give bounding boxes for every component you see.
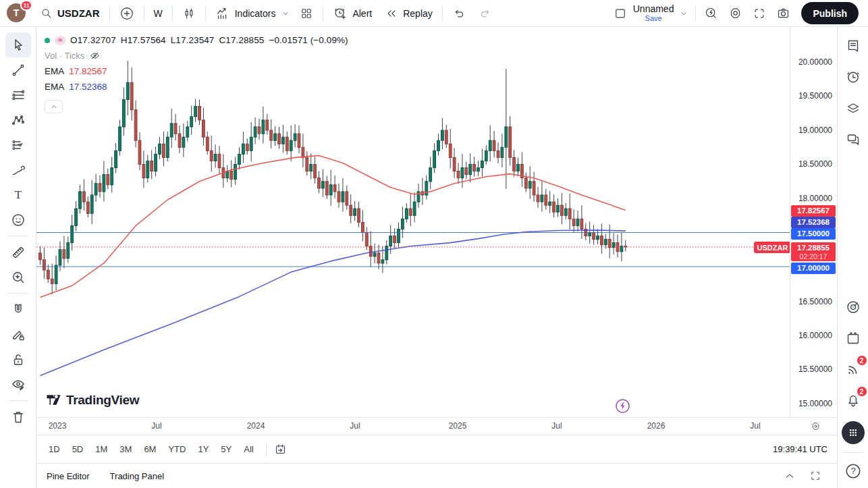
hide-drawings-tool[interactable] xyxy=(5,372,31,397)
magnet-icon xyxy=(10,302,26,318)
measure-tool[interactable] xyxy=(5,240,31,265)
range-1y[interactable]: 1Y xyxy=(192,441,214,458)
spark-boost-button[interactable] xyxy=(614,398,631,414)
zoom-in-tool[interactable] xyxy=(5,265,31,290)
help-button[interactable]: ? xyxy=(842,461,864,481)
ruler-icon xyxy=(10,244,26,261)
legend-collapse-button[interactable] xyxy=(45,100,63,113)
indicator-templates-button[interactable] xyxy=(294,2,319,25)
chevron-down-icon xyxy=(281,9,290,18)
chart-column: ≈ O17.32707 H17.57564 L17.23547 C17.2885… xyxy=(36,27,837,488)
alerts-button[interactable] xyxy=(842,67,864,87)
indicators-button[interactable]: Indicators xyxy=(209,2,282,25)
range-1m[interactable]: 1M xyxy=(90,441,113,458)
quick-search-button[interactable] xyxy=(699,2,723,25)
object-tree-button[interactable] xyxy=(842,98,864,118)
layout-dropdown-arrow[interactable] xyxy=(676,2,692,25)
tab-pine-editor[interactable]: Pine Editor xyxy=(47,471,90,481)
apps-menu-button[interactable] xyxy=(842,421,865,444)
settings-button[interactable] xyxy=(724,2,747,25)
ema-fast-value: 17.82567 xyxy=(69,66,107,76)
price-tick: 19.00000 xyxy=(798,126,832,135)
watchlist-button[interactable] xyxy=(842,36,864,56)
screener-button[interactable] xyxy=(842,297,864,317)
calendar-button[interactable] xyxy=(842,328,864,348)
layout-button[interactable] xyxy=(609,2,631,25)
fullscreen-button[interactable] xyxy=(748,2,771,25)
eye-off-icon[interactable] xyxy=(89,50,101,61)
cursor-tool[interactable] xyxy=(5,32,31,57)
layout-square-icon xyxy=(614,7,627,20)
fib-retracement-tool[interactable] xyxy=(5,82,31,107)
server-clock[interactable]: 19:39:41 UTC xyxy=(773,444,830,454)
range-1d[interactable]: 1D xyxy=(43,441,65,458)
undo-button[interactable] xyxy=(446,2,472,25)
trend-line-tool[interactable] xyxy=(5,57,31,82)
market-status-dot xyxy=(45,38,50,43)
indicators-label: Indicators xyxy=(235,8,276,19)
divider xyxy=(144,6,144,21)
price-line-symbol-label[interactable]: USDZAR xyxy=(754,242,790,253)
tab-trading-panel[interactable]: Trading Panel xyxy=(110,471,164,481)
screenshot-button[interactable] xyxy=(771,2,795,25)
ohlc-low: L17.23547 xyxy=(171,35,215,45)
tradingview-app: T 11 USDZAR W Indicators xyxy=(0,0,868,488)
ohlc-change: −0.01571 (−0.09%) xyxy=(269,35,348,45)
axis-settings-gear[interactable] xyxy=(811,421,821,431)
range-ytd[interactable]: YTD xyxy=(163,441,191,458)
chart-canvas-area[interactable]: ≈ O17.32707 H17.57564 L17.23547 C17.2885… xyxy=(36,27,790,417)
projection-tool[interactable] xyxy=(5,132,31,157)
layout-name-button[interactable]: Unnamed Save xyxy=(632,4,676,22)
range-5d[interactable]: 5D xyxy=(67,441,89,458)
price-scale[interactable]: 20.00000 19.50000 19.00000 18.50000 18.0… xyxy=(790,27,837,417)
price-tick: 18.50000 xyxy=(798,159,832,169)
range-all[interactable]: All xyxy=(238,441,259,458)
chat-button[interactable] xyxy=(842,129,864,149)
notifications-button[interactable]: 2 xyxy=(842,390,864,410)
replay-button[interactable]: Replay xyxy=(379,2,439,25)
interval-button[interactable]: W xyxy=(148,2,169,25)
indicators-dropdown-arrow[interactable] xyxy=(278,2,293,25)
go-to-date-button[interactable] xyxy=(272,441,289,458)
text-tool[interactable]: T xyxy=(5,182,31,207)
divider xyxy=(266,443,267,456)
ema-fast-legend-row[interactable]: EMA 17.82567 xyxy=(45,63,348,79)
panel-maximize-icon[interactable] xyxy=(809,470,821,482)
pattern-tool[interactable] xyxy=(5,107,31,132)
redo-button[interactable] xyxy=(472,2,498,25)
ema-slow-legend-row[interactable]: EMA 17.52368 xyxy=(45,79,348,94)
remove-drawings-tool[interactable] xyxy=(5,404,31,429)
user-avatar[interactable]: T 11 xyxy=(7,3,27,24)
symbol-name: USDZAR xyxy=(57,7,100,19)
price-tick: 16.00000 xyxy=(798,331,832,340)
volume-legend-row[interactable]: Vol · Ticks xyxy=(45,48,348,63)
drawing-mode-tool[interactable] xyxy=(5,322,31,347)
range-3m[interactable]: 3M xyxy=(114,441,137,458)
range-6m[interactable]: 6M xyxy=(138,441,161,458)
watermark-label: TradingView xyxy=(66,393,139,408)
publish-button[interactable]: Publish xyxy=(801,2,859,24)
plus-circle-icon xyxy=(119,6,134,21)
hline-upper-price-badge[interactable]: 17.50000 xyxy=(791,228,836,240)
magnet-tool[interactable] xyxy=(5,297,31,322)
chart-legend: ≈ O17.32707 H17.57564 L17.23547 C17.2885… xyxy=(45,32,348,113)
time-axis[interactable]: 2023 Jul 2024 Jul 2025 Jul 2026 Jul xyxy=(36,417,837,435)
panel-expand-chevron-icon[interactable] xyxy=(784,470,796,482)
compare-add-button[interactable] xyxy=(113,2,140,25)
alert-button[interactable]: Alert xyxy=(327,2,378,25)
symbol-search-button[interactable]: USDZAR xyxy=(34,2,106,25)
top-toolbar: T 11 USDZAR W Indicators xyxy=(0,0,868,27)
range-5y[interactable]: 5Y xyxy=(215,441,237,458)
drawing-toolbar: T xyxy=(0,27,36,488)
apps-grid-icon xyxy=(847,427,859,439)
streams-button[interactable]: 2 xyxy=(842,359,864,379)
replay-label: Replay xyxy=(403,8,433,19)
brush-tool[interactable] xyxy=(5,157,31,182)
lock-drawings-tool[interactable] xyxy=(5,347,31,372)
hline-lower-price-badge[interactable]: 17.00000 xyxy=(791,263,836,274)
emoji-tool[interactable] xyxy=(5,207,31,232)
save-button[interactable]: Save xyxy=(645,14,662,22)
symbol-legend-row[interactable]: ≈ O17.32707 H17.57564 L17.23547 C17.2885… xyxy=(45,32,348,48)
ohlc-high: H17.57564 xyxy=(121,35,166,45)
chart-style-button[interactable] xyxy=(176,2,202,25)
